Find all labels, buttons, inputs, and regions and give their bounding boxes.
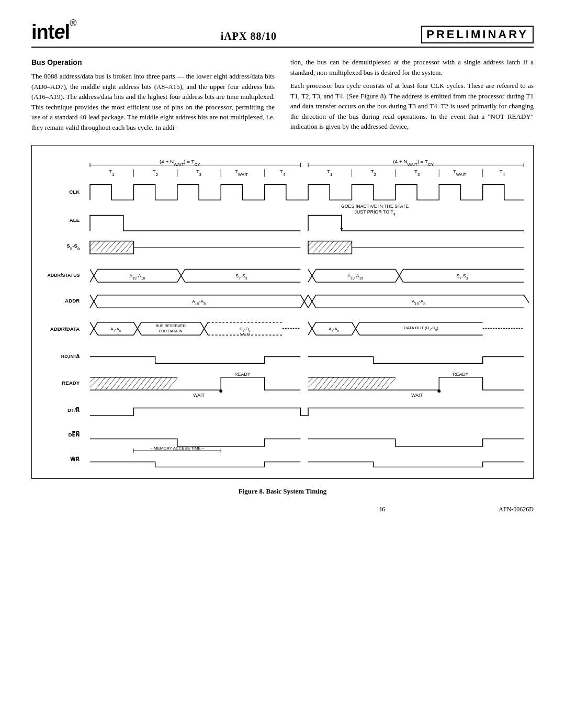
- svg-text:ADDR/DATA: ADDR/DATA: [50, 326, 80, 332]
- right-para-1: tion, the bus can be demultiplexed at th…: [290, 57, 534, 77]
- svg-text:RD,INTA̅: RD,INTA̅: [61, 354, 80, 360]
- svg-line-164: [370, 377, 380, 390]
- svg-marker-40: [340, 228, 343, 231]
- svg-line-137: [131, 377, 142, 390]
- timing-diagram-svg: (4 + NWAIT) = TCY (4 + NWAIT) = TCY T1 T…: [36, 151, 529, 475]
- svg-line-55: [313, 241, 324, 253]
- svg-line-50: [126, 242, 134, 253]
- svg-line-158: [339, 377, 349, 390]
- svg-text:(4 + NWAIT) = TCY: (4 + NWAIT) = TCY: [160, 159, 200, 167]
- figure-caption: Figure 8. Basic System Timing: [31, 487, 534, 496]
- svg-line-45: [100, 241, 111, 253]
- svg-line-44: [95, 241, 106, 253]
- svg-line-43: [90, 241, 100, 252]
- svg-text:T4: T4: [500, 169, 505, 177]
- svg-line-58: [329, 241, 339, 253]
- svg-text:READY: READY: [453, 372, 469, 377]
- svg-line-161: [354, 377, 365, 390]
- svg-text:T1: T1: [109, 169, 114, 177]
- svg-text:DATA OUT (D7-D0): DATA OUT (D7-D0): [404, 326, 438, 331]
- svg-rect-52: [308, 241, 352, 254]
- svg-text:A7-A0: A7-A0: [110, 327, 121, 332]
- svg-line-136: [126, 377, 137, 390]
- svg-text:JUST PRIOR TO T4: JUST PRIOR TO T4: [355, 209, 396, 216]
- svg-line-134: [116, 377, 126, 390]
- svg-line-131: [100, 377, 111, 390]
- svg-line-49: [121, 241, 131, 253]
- svg-line-135: [121, 377, 131, 390]
- svg-line-154: [319, 377, 329, 390]
- svg-text:T1: T1: [327, 169, 332, 177]
- svg-line-166: [380, 377, 390, 390]
- svg-line-160: [349, 377, 360, 390]
- svg-text:GOES INACTIVE IN THE STATE: GOES INACTIVE IN THE STATE: [341, 204, 409, 209]
- svg-line-142: [157, 377, 167, 390]
- page-number: 46: [265, 505, 499, 513]
- right-column: tion, the bus can be demultiplexed at th…: [290, 57, 534, 136]
- document-title: iAPX 88/10: [76, 30, 421, 43]
- svg-line-144: [167, 378, 177, 390]
- svg-rect-41: [90, 241, 133, 254]
- svg-line-159: [344, 377, 355, 390]
- svg-line-141: [152, 377, 162, 390]
- body-text: Bus Operation The 8088 address/data bus …: [31, 57, 534, 136]
- document-status: PRELIMINARY: [421, 26, 534, 43]
- svg-text:A19-A16: A19-A16: [129, 273, 145, 280]
- svg-line-151: [308, 377, 313, 383]
- svg-text:T4: T4: [280, 169, 286, 177]
- svg-text:READY: READY: [234, 372, 251, 377]
- svg-rect-148: [308, 377, 396, 390]
- svg-line-54: [308, 241, 319, 252]
- page-footer: 46 AFN-00626D: [31, 505, 534, 513]
- svg-text:BUS RESERVED: BUS RESERVED: [155, 323, 185, 328]
- svg-line-56: [319, 241, 329, 253]
- svg-text:WAIT: WAIT: [193, 393, 205, 398]
- svg-line-57: [324, 241, 334, 253]
- left-column: Bus Operation The 8088 address/data bus …: [31, 57, 275, 136]
- svg-line-130: [95, 377, 106, 390]
- svg-line-138: [136, 377, 146, 390]
- intel-logo: intel®: [31, 21, 76, 43]
- right-para-2: Each processor bus cycle consists of at …: [290, 81, 534, 132]
- svg-text:WAIT: WAIT: [411, 393, 423, 398]
- svg-text:CLK: CLK: [69, 189, 80, 195]
- svg-text:T3: T3: [196, 169, 202, 177]
- svg-line-133: [110, 377, 121, 390]
- svg-text:A15-A8: A15-A8: [192, 299, 206, 306]
- svg-line-165: [375, 377, 386, 390]
- svg-line-48: [116, 241, 126, 253]
- svg-line-128: [90, 377, 95, 383]
- svg-text:S7-S3: S7-S3: [235, 273, 247, 280]
- svg-line-157: [334, 377, 344, 390]
- svg-line-47: [110, 241, 121, 253]
- timing-diagram-container: (4 + NWAIT) = TCY (4 + NWAIT) = TCY T1 T…: [31, 145, 534, 479]
- svg-text:ADDR/STATUS: ADDR/STATUS: [47, 273, 80, 278]
- svg-text:TWAIT: TWAIT: [235, 169, 248, 177]
- svg-text:D7-D0: D7-D0: [240, 327, 251, 332]
- svg-text:READY: READY: [62, 380, 80, 386]
- svg-text:T2: T2: [371, 169, 376, 177]
- svg-text:T2: T2: [152, 169, 157, 177]
- svg-line-153: [313, 377, 324, 390]
- svg-line-61: [344, 242, 352, 253]
- svg-line-163: [365, 377, 375, 390]
- svg-text:S7-S3: S7-S3: [456, 273, 468, 280]
- svg-text:T3: T3: [414, 169, 420, 177]
- document-ref: AFN-00626D: [499, 506, 534, 513]
- svg-line-46: [105, 241, 116, 253]
- svg-text:ALE: ALE: [70, 217, 80, 223]
- svg-text:ADDR: ADDR: [65, 298, 80, 304]
- svg-line-167: [385, 378, 396, 390]
- svg-text:TWAIT: TWAIT: [453, 169, 467, 177]
- svg-line-129: [90, 377, 100, 388]
- svg-text:W̅R̅: W̅R̅: [70, 456, 80, 462]
- svg-text:←MEMORY ACCESS TIME→: ←MEMORY ACCESS TIME→: [150, 446, 205, 451]
- svg-text:FOR DATA IN: FOR DATA IN: [159, 329, 183, 333]
- svg-rect-125: [90, 377, 177, 390]
- svg-line-152: [308, 377, 319, 388]
- svg-text:(4 + NWAIT) = TCY: (4 + NWAIT) = TCY: [393, 159, 434, 167]
- svg-line-53: [308, 241, 313, 247]
- section-heading: Bus Operation: [31, 57, 275, 68]
- left-para-1: The 8088 address/data bus is broken into…: [31, 71, 275, 132]
- page: intel® iAPX 88/10 PRELIMINARY Bus Operat…: [0, 0, 565, 728]
